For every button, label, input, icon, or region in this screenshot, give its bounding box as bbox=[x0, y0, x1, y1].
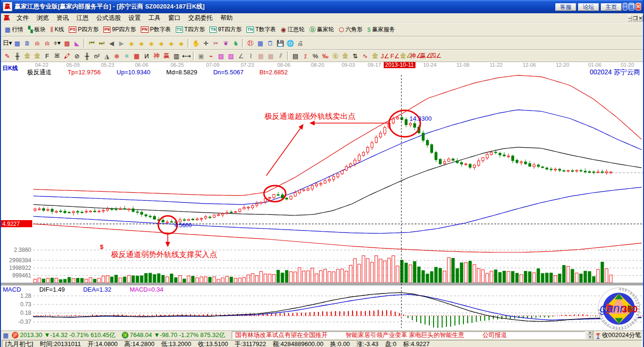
tool-icon[interactable]: ▤ bbox=[290, 53, 300, 60]
tool-icon[interactable]: ◈ bbox=[176, 40, 186, 47]
tool-icon[interactable]: ⏮ bbox=[87, 39, 97, 47]
toolbar-button-行情[interactable]: ▦行情 bbox=[3, 25, 25, 34]
tool-icon[interactable]: ▧ bbox=[226, 53, 236, 60]
news-ticker[interactable]: 国有林场改革试点有望在全国推开智能家居引领产业变革 家电巨头的智能生意公司报道 bbox=[232, 331, 585, 339]
toolbar-button-六角形[interactable]: ⬡六角形 bbox=[337, 25, 364, 34]
spinner-down-icon[interactable]: ▼ bbox=[587, 335, 593, 339]
minimize-button[interactable]: ─ bbox=[623, 3, 628, 10]
tool-icon[interactable]: J∠ bbox=[380, 53, 390, 60]
tool-icon[interactable]: ▩ bbox=[62, 40, 72, 47]
news-item[interactable]: 国有林场改革试点有望在全国推开 bbox=[235, 331, 327, 338]
menu-item-文件[interactable]: 文件 bbox=[13, 14, 33, 21]
tool-icon[interactable]: ∿ bbox=[360, 53, 370, 60]
quote-table-icon[interactable]: ▦ bbox=[3, 332, 9, 339]
tool-icon[interactable]: ‰ bbox=[320, 53, 330, 60]
tool-icon[interactable]: ❦ bbox=[221, 40, 231, 47]
tick-feed-label[interactable]: 收002024分笔 bbox=[602, 331, 641, 339]
menu-item-交易委托[interactable]: 交易委托 bbox=[184, 14, 217, 21]
tool-icon[interactable]: 🗒 bbox=[265, 40, 275, 47]
tool-icon[interactable]: ♞ bbox=[231, 40, 241, 47]
tool-icon[interactable]: ▶ bbox=[117, 40, 127, 47]
toolbar-button-P四方形[interactable]: PSP四方形 bbox=[67, 25, 100, 34]
tool-icon[interactable]: ✎ bbox=[2, 53, 12, 60]
titlebar-button-主页[interactable]: 主页 bbox=[601, 3, 622, 11]
news-item[interactable]: 公司报道 bbox=[482, 331, 507, 338]
tool-icon[interactable]: ╫ bbox=[82, 53, 92, 60]
tool-icon[interactable]: F∠ bbox=[390, 53, 400, 60]
tool-icon[interactable]: 四∠ bbox=[430, 52, 440, 60]
tool-icon[interactable]: F bbox=[42, 53, 52, 60]
tool-icon[interactable]: ⌇ bbox=[246, 53, 256, 60]
tool-icon[interactable]: ∠ bbox=[236, 53, 246, 60]
tool-icon[interactable]: ◈ bbox=[127, 40, 136, 47]
tool-icon[interactable]: 🌐 bbox=[285, 40, 295, 47]
news-spinner[interactable]: ▲▼ bbox=[587, 330, 593, 339]
toolbar-button-板块[interactable]: ▚板块 bbox=[26, 25, 47, 34]
tool-icon[interactable]: ⌁ bbox=[206, 53, 216, 60]
tool-icon[interactable]: ılı bbox=[42, 40, 52, 47]
toolbar-button-赢家轮[interactable]: Ⓑ赢家轮 bbox=[308, 25, 336, 35]
tool-icon[interactable]: ▦ bbox=[132, 53, 142, 60]
tool-icon[interactable]: ✛ bbox=[201, 40, 211, 47]
tool-icon[interactable]: % bbox=[310, 53, 320, 60]
tool-icon[interactable]: 金 bbox=[32, 52, 42, 60]
restore-button[interactable]: ❐ bbox=[628, 3, 635, 10]
tool-icon[interactable]: ▨ bbox=[216, 53, 226, 60]
tool-icon[interactable]: ꕤ bbox=[52, 52, 62, 60]
tool-icon[interactable]: 🗎 bbox=[22, 40, 32, 47]
toolbar-button-T四方形[interactable]: TST四方形 bbox=[174, 25, 207, 34]
close-button[interactable]: ✕ bbox=[635, 3, 641, 10]
tool-icon[interactable]: ✳ bbox=[122, 53, 132, 60]
tool-icon[interactable]: 金 bbox=[340, 52, 350, 60]
toolbar-button-9T四方形[interactable]: T99T四方形 bbox=[208, 25, 244, 34]
tool-icon[interactable]: ㊎ bbox=[330, 52, 340, 60]
menu-item-资讯[interactable]: 资讯 bbox=[53, 14, 73, 21]
tool-icon[interactable]: ⏭ bbox=[97, 39, 107, 47]
tool-icon[interactable]: ✋ bbox=[191, 40, 201, 47]
tool-icon[interactable]: 🖍 bbox=[62, 53, 72, 60]
menu-item-设置[interactable]: 设置 bbox=[125, 14, 145, 21]
tool-icon[interactable]: ⫽ bbox=[276, 52, 286, 60]
menu-item-窗口[interactable]: 窗口 bbox=[164, 14, 184, 21]
tool-icon[interactable]: ㉑ bbox=[245, 40, 255, 47]
tool-icon[interactable]: ◈ bbox=[156, 40, 166, 47]
child-minimize-button[interactable]: ─ bbox=[628, 15, 632, 21]
tool-icon[interactable]: ılı bbox=[32, 40, 42, 47]
tool-icon[interactable]: 日▾ bbox=[2, 39, 12, 47]
tool-icon[interactable]: ◀ bbox=[107, 40, 117, 47]
toolbar-button-P数字表[interactable]: PNP数字表 bbox=[139, 25, 173, 34]
tool-icon[interactable]: ▩ bbox=[12, 40, 22, 47]
tool-icon[interactable]: ⇅ bbox=[350, 53, 360, 60]
tool-icon[interactable]: 金∠ bbox=[400, 52, 410, 60]
tool-icon[interactable]: 💾 bbox=[275, 40, 285, 47]
tool-icon[interactable]: ⊘ bbox=[72, 53, 82, 60]
tool-icon[interactable]: ▣ bbox=[196, 53, 206, 60]
tool-icon[interactable]: ╫ bbox=[12, 53, 22, 60]
titlebar-button-论坛[interactable]: 论坛 bbox=[578, 3, 599, 11]
toolbar-button-K线[interactable]: ⫼K线 bbox=[48, 25, 66, 34]
tool-icon[interactable]: n² bbox=[92, 53, 102, 60]
tool-icon[interactable]: ◣ bbox=[72, 40, 82, 47]
tool-icon[interactable]: И bbox=[142, 53, 152, 60]
menu-item-工具[interactable]: 工具 bbox=[145, 14, 164, 21]
toolbar-button-江恩轮[interactable]: ◉江恩轮 bbox=[279, 25, 306, 34]
toolbar-button-赢家服务[interactable]: $赢家服务 bbox=[365, 25, 397, 34]
tool-icon[interactable]: ⊕ bbox=[112, 53, 122, 60]
tool-icon[interactable]: ◈ bbox=[146, 40, 156, 47]
tool-icon[interactable]: 金 bbox=[22, 52, 32, 60]
spinner-up-icon[interactable]: ▲ bbox=[587, 330, 593, 335]
menu-item-公式选股[interactable]: 公式选股 bbox=[92, 14, 125, 21]
tool-icon[interactable]: 赢 bbox=[162, 52, 172, 60]
tool-icon[interactable]: ▥ bbox=[172, 53, 181, 60]
menu-item-浏览[interactable]: 浏览 bbox=[33, 14, 53, 21]
tool-icon[interactable]: ⟷ bbox=[181, 53, 191, 60]
child-close-button[interactable]: ✕ bbox=[638, 15, 643, 21]
tool-icon[interactable]: 神 bbox=[152, 52, 162, 60]
tool-icon[interactable]: ▦ bbox=[256, 53, 266, 60]
tool-icon[interactable]: ⁒ bbox=[300, 53, 310, 60]
tool-icon[interactable]: 赢∠ bbox=[420, 52, 430, 60]
child-restore-button[interactable]: ❐ bbox=[633, 15, 638, 21]
tool-icon[interactable]: ⌽▾ bbox=[52, 39, 62, 47]
tool-icon[interactable]: ◈ bbox=[166, 40, 176, 47]
news-item[interactable]: 智能家居引领产业变革 家电巨头的智能生意 bbox=[345, 331, 464, 338]
